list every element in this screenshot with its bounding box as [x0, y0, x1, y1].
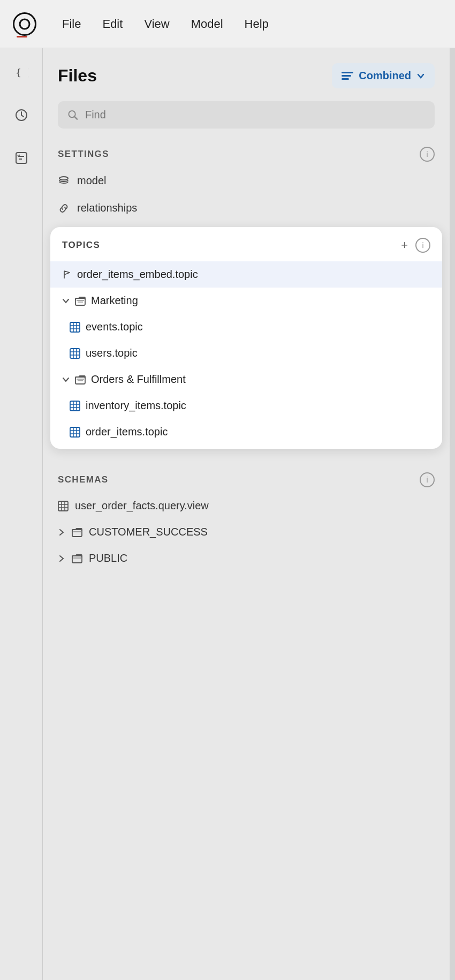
svg-line-4 [21, 115, 24, 117]
svg-rect-14 [70, 322, 80, 332]
table-icon [70, 401, 80, 411]
topics-card: TOPICS + i order_items_embed.topic [50, 227, 442, 449]
chevron-right-icon [58, 529, 65, 536]
users-topic-label: users.topic [86, 347, 138, 359]
relationships-label: relationships [77, 202, 137, 214]
svg-point-0 [20, 19, 29, 29]
flag-icon [62, 270, 72, 280]
layers-icon [58, 175, 70, 187]
relationships-item[interactable]: relationships [43, 194, 450, 222]
topic-label: order_items_embed.topic [77, 268, 198, 281]
menu-file[interactable]: File [62, 17, 81, 31]
chevron-right-icon [58, 555, 65, 562]
table-icon [70, 348, 80, 359]
link-icon [58, 202, 70, 214]
menu-view[interactable]: View [144, 17, 169, 31]
menu-model[interactable]: Model [191, 17, 223, 31]
settings-label: SETTINGS [58, 149, 109, 160]
chevron-down-icon [62, 297, 70, 305]
schema-user-order-facts-label: user_order_facts.query.view [75, 500, 209, 512]
events-topic-label: events.topic [86, 321, 143, 333]
svg-line-9 [74, 116, 77, 119]
svg-rect-44 [72, 556, 82, 563]
model-label: model [77, 175, 106, 187]
add-topic-button[interactable]: + [401, 238, 408, 252]
chevron-down-icon [416, 72, 425, 80]
topic-order-items[interactable]: order_items.topic [50, 419, 442, 449]
orders-folder-label: Orders & Fulfillment [91, 373, 186, 386]
svg-rect-37 [58, 501, 68, 511]
svg-rect-32 [70, 427, 80, 437]
topics-header: TOPICS + i [50, 227, 442, 261]
svg-rect-42 [72, 530, 82, 537]
schemas-section: SCHEMAS i user_order_facts.query.view [43, 454, 450, 571]
topic-marketing-folder[interactable]: Marketing [50, 288, 442, 314]
schemas-section-header: SCHEMAS i [43, 465, 450, 493]
folder-icon [75, 374, 86, 385]
menu-help[interactable]: Help [245, 17, 269, 31]
marketing-label: Marketing [91, 295, 138, 307]
braces-icon[interactable]: { } [8, 59, 35, 86]
inventory-items-label: inventory_items.topic [86, 399, 186, 412]
settings-info-icon[interactable]: i [420, 147, 435, 162]
topics-label: TOPICS [62, 240, 100, 251]
svg-rect-19 [70, 349, 80, 358]
topics-actions: + i [401, 238, 430, 253]
menu-bar: File Edit View Model Help [0, 0, 455, 48]
svg-text:{ }: { } [16, 67, 28, 78]
schemas-info-icon[interactable]: i [420, 472, 435, 487]
model-item[interactable]: model [43, 167, 450, 194]
customer-success-label: CUSTOMER_SUCCESS [89, 526, 208, 538]
files-header: Files Combined [43, 48, 450, 101]
folder-icon [75, 296, 86, 306]
public-label: PUBLIC [89, 552, 127, 564]
topic-orders-folder[interactable]: Orders & Fulfillment [50, 366, 442, 393]
table-icon [70, 322, 80, 333]
combined-button[interactable]: Combined [332, 63, 435, 88]
schema-public-folder[interactable]: PUBLIC [43, 545, 450, 571]
layers-icon [342, 72, 353, 80]
chevron-down-icon [62, 376, 70, 383]
checklist-icon[interactable] [8, 145, 35, 171]
search-bar [58, 101, 435, 129]
topic-users[interactable]: users.topic [50, 340, 442, 366]
svg-rect-5 [16, 153, 27, 163]
topic-order-items-embed[interactable]: order_items_embed.topic [50, 261, 442, 288]
schemas-label: SCHEMAS [58, 474, 109, 485]
topic-events[interactable]: events.topic [50, 314, 442, 340]
settings-section-header: SETTINGS i [43, 139, 450, 167]
search-icon [67, 109, 79, 121]
topic-inventory-items[interactable]: inventory_items.topic [50, 393, 442, 419]
main-layout: { } Files [0, 48, 455, 980]
files-title: Files [58, 66, 97, 86]
combined-label: Combined [359, 70, 411, 82]
table-icon [58, 501, 69, 511]
clock-icon[interactable] [8, 102, 35, 129]
search-input[interactable] [85, 109, 425, 121]
order-items-topic-label: order_items.topic [86, 426, 168, 438]
file-panel: Files Combined SETT [43, 48, 450, 980]
folder-icon [72, 553, 82, 564]
schema-customer-success-folder[interactable]: CUSTOMER_SUCCESS [43, 519, 450, 545]
folder-icon [72, 527, 82, 538]
menu-edit[interactable]: Edit [102, 17, 123, 31]
search-container [43, 101, 450, 139]
topics-info-icon[interactable]: i [415, 238, 430, 253]
schema-user-order-facts[interactable]: user_order_facts.query.view [43, 493, 450, 519]
sidebar-icons: { } [0, 48, 43, 980]
table-icon [70, 427, 80, 438]
svg-rect-27 [70, 401, 80, 411]
app-logo[interactable] [13, 12, 36, 36]
